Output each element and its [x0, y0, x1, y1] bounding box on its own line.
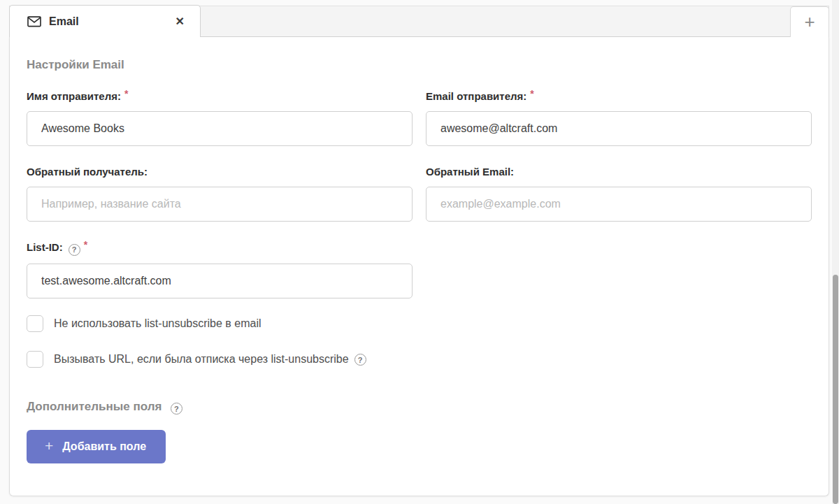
call-url-checkbox[interactable]: [27, 351, 43, 368]
envelope-icon: [27, 16, 41, 27]
sender-name-label: Имя отправителя:*: [27, 90, 413, 102]
sender-email-group: Email отправителя:*: [426, 90, 812, 146]
tab-email[interactable]: Email ✕: [9, 5, 201, 37]
reply-to-email-input[interactable]: [426, 187, 812, 222]
email-settings-window: Email ✕ + Настройки Email Имя отправител…: [9, 6, 829, 496]
sender-name-group: Имя отправителя:*: [27, 90, 413, 146]
call-url-row: Вызывать URL, если была отписка через li…: [27, 351, 812, 368]
help-icon[interactable]: ?: [69, 244, 80, 256]
reply-to-email-group: Обратный Email:: [426, 166, 812, 222]
tab-email-label: Email: [49, 15, 79, 28]
plus-icon: +: [45, 438, 53, 454]
required-asterisk: *: [124, 88, 128, 99]
call-url-label: Вызывать URL, если была отписка через li…: [54, 353, 349, 366]
new-tab-button[interactable]: +: [790, 6, 829, 37]
section-title: Настройки Email: [27, 58, 812, 72]
tab-close-icon[interactable]: ✕: [175, 16, 185, 27]
required-asterisk: *: [530, 88, 533, 99]
email-settings-panel: Настройки Email Имя отправителя:* Email …: [9, 37, 829, 496]
required-asterisk: *: [84, 239, 87, 250]
help-icon[interactable]: ?: [171, 403, 182, 415]
no-list-unsubscribe-row: Не использовать list-unsubscribe в email: [27, 315, 812, 332]
reply-to-name-label: Обратный получатель:: [27, 166, 413, 178]
list-id-label-text: List-ID:: [27, 241, 63, 253]
no-list-unsubscribe-checkbox[interactable]: [27, 315, 43, 332]
vertical-scrollbar[interactable]: [832, 0, 839, 504]
add-field-button-label: Добавить поле: [62, 440, 146, 453]
add-field-button[interactable]: + Добавить поле: [27, 430, 166, 463]
reply-to-email-label: Обратный Email:: [426, 166, 812, 178]
sender-name-input[interactable]: [27, 111, 413, 146]
empty-cell: [426, 241, 812, 298]
form-row-1: Имя отправителя:* Email отправителя:*: [27, 90, 812, 146]
sender-name-label-text: Имя отправителя:: [27, 90, 121, 102]
list-id-group: List-ID:?*: [27, 241, 413, 298]
help-icon[interactable]: ?: [354, 354, 366, 366]
sender-email-label-text: Email отправителя:: [426, 90, 526, 102]
list-id-label: List-ID:?*: [27, 241, 413, 254]
reply-to-name-group: Обратный получатель:: [27, 166, 413, 222]
sender-email-input[interactable]: [426, 111, 812, 146]
scrollbar-thumb[interactable]: [833, 275, 838, 504]
form-row-2: Обратный получатель: Обратный Email:: [27, 166, 812, 222]
no-list-unsubscribe-label: Не использовать list-unsubscribe в email: [54, 317, 261, 330]
tab-bar: Email ✕ +: [9, 6, 829, 37]
sender-email-label: Email отправителя:*: [426, 90, 812, 102]
reply-to-name-input[interactable]: [27, 187, 413, 222]
form-row-3: List-ID:?*: [27, 241, 812, 298]
list-id-input[interactable]: [27, 264, 413, 298]
extra-fields-title: Дополнительные поля: [27, 400, 162, 413]
extra-fields-header: Дополнительные поля ?: [27, 400, 812, 414]
